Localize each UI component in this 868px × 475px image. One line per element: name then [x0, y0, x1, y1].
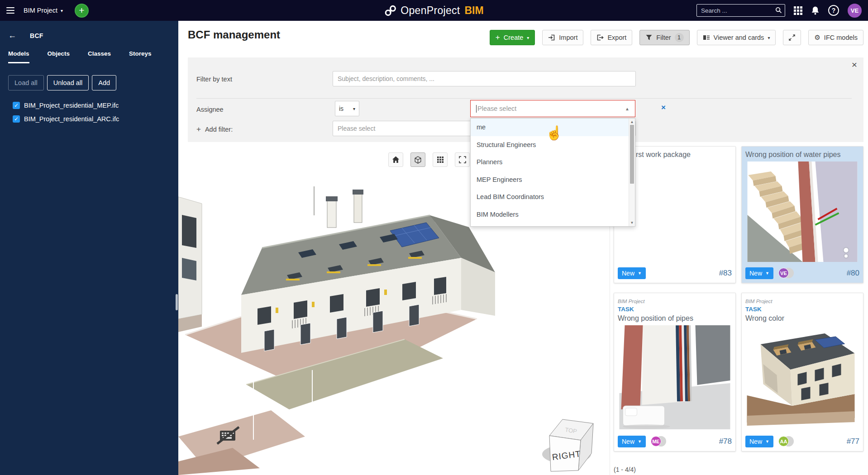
openproject-logo-icon — [384, 5, 396, 17]
assignee-dropdown-list: me Structural Engineers Planners MEP Eng… — [470, 118, 635, 227]
app-logo[interactable]: OpenProjectBIM — [384, 0, 483, 21]
assignee-avatar[interactable]: ME — [651, 436, 667, 447]
gear-icon: ⚙ — [814, 33, 820, 42]
card-title: Wrong position of pipes — [618, 314, 732, 323]
status-button[interactable]: New▼ — [745, 267, 773, 279]
status-button[interactable]: New▼ — [745, 436, 773, 447]
tab-classes[interactable]: Classes — [88, 50, 111, 63]
dropdown-option[interactable]: MEP Engineers — [471, 171, 635, 189]
model-checkbox-checked[interactable]: ✓ — [13, 115, 20, 123]
sidebar-title: BCF — [30, 32, 43, 39]
viewer-fullscreen-button[interactable] — [455, 152, 470, 167]
work-package-card[interactable]: BIM Project TASK Wrong position of pipes — [614, 293, 736, 451]
status-button[interactable]: New▼ — [618, 267, 646, 279]
assignee-avatar[interactable]: VE — [778, 268, 794, 279]
dropdown-option-me[interactable]: me — [471, 119, 635, 136]
tab-models[interactable]: Models — [8, 50, 29, 63]
export-button[interactable]: Export — [591, 30, 632, 45]
plus-icon: + — [196, 125, 201, 134]
3d-view-cube-button[interactable] — [410, 152, 425, 167]
text-cursor — [476, 105, 477, 113]
status-button[interactable]: New▼ — [618, 436, 646, 447]
chevron-down-icon: ▼ — [765, 271, 769, 276]
notifications-bell-icon[interactable] — [811, 6, 820, 15]
reset-view-home-button[interactable] — [388, 152, 403, 167]
toolbar: + Create ▾ Import Export Filter 1 Viewer… — [490, 30, 863, 45]
project-name: BIM Project — [24, 7, 57, 14]
quick-add-button[interactable]: + — [75, 4, 89, 18]
ifc-models-button[interactable]: ⚙ IFC models — [808, 30, 863, 45]
help-icon[interactable]: ? — [828, 5, 839, 16]
work-package-id[interactable]: #77 — [847, 437, 859, 446]
model-list-item[interactable]: ✓ BIM_Project_residential_ARC.ifc — [0, 112, 178, 126]
apps-grid-icon[interactable] — [794, 6, 802, 15]
filter-button[interactable]: Filter 1 — [639, 30, 689, 45]
assignee-avatar[interactable]: AA — [778, 436, 794, 447]
user-avatar[interactable]: VE — [848, 4, 862, 18]
assignee-value-combobox[interactable]: Please select ▲ — [470, 100, 635, 117]
search-input[interactable] — [696, 4, 785, 17]
sidebar-resize-handle[interactable] — [176, 294, 178, 310]
card-type: TASK — [618, 305, 732, 314]
dropdown-option[interactable]: Planners — [471, 153, 635, 171]
work-package-id[interactable]: #80 — [847, 269, 859, 278]
scroll-down-icon[interactable]: ▼ — [629, 221, 635, 225]
work-package-id[interactable]: #78 — [719, 437, 732, 446]
bcf-sidebar: ← BCF Models Objects Classes Storeys Loa… — [0, 21, 178, 475]
unload-all-button[interactable]: Unload all — [47, 75, 89, 90]
plus-icon: + — [496, 33, 500, 42]
back-arrow-icon[interactable]: ← — [8, 31, 16, 40]
load-all-button[interactable]: Load all — [8, 75, 44, 90]
scroll-up-icon[interactable]: ▲ — [629, 120, 635, 124]
combobox-placeholder: Please select — [477, 105, 625, 112]
import-icon — [548, 34, 555, 41]
dropdown-option[interactable]: Structural Engineers — [471, 136, 635, 154]
chevron-down-icon: ▾ — [527, 35, 529, 40]
hamburger-menu-icon[interactable] — [6, 5, 14, 15]
card-footer: New▼ VE #80 — [745, 267, 859, 279]
nav-cube[interactable]: TOP RIGHT — [542, 419, 593, 471]
page-title: BCF management — [188, 28, 280, 41]
work-package-id[interactable]: #83 — [719, 269, 732, 278]
fullscreen-corners-icon — [459, 156, 466, 163]
create-button[interactable]: + Create ▾ — [490, 30, 535, 45]
tab-storeys[interactable]: Storeys — [129, 50, 152, 63]
remove-filter-icon[interactable]: × — [661, 103, 666, 112]
export-icon — [596, 34, 604, 41]
building-fragment — [178, 197, 202, 319]
dropdown-scrollbar[interactable]: ▲ ▼ — [629, 119, 635, 226]
sidebar-header: ← BCF — [0, 21, 178, 46]
filter-text-input[interactable] — [333, 71, 636, 86]
divider — [196, 98, 852, 99]
scrollbar-thumb[interactable] — [630, 125, 634, 184]
fullscreen-button[interactable] — [783, 30, 801, 45]
work-package-cards: rst work package New▼ #83 Wrong position… — [614, 146, 863, 451]
import-button[interactable]: Import — [542, 30, 583, 45]
chevron-down-icon: ▾ — [61, 8, 63, 13]
dropdown-option[interactable]: BIM Modellers — [471, 206, 635, 223]
chimneys — [314, 186, 363, 228]
search-icon[interactable] — [775, 7, 782, 14]
project-switcher[interactable]: BIM Project ▾ — [24, 7, 63, 14]
model-list-item[interactable]: ✓ BIM_Project_residential_MEP.ifc — [0, 99, 178, 112]
logo-text: OpenProject — [401, 5, 460, 17]
chevron-down-icon: ▼ — [765, 439, 769, 444]
viewer-mode-button[interactable]: Viewer and cards ▾ — [697, 30, 776, 45]
add-model-button[interactable]: Add — [92, 75, 116, 90]
work-package-card[interactable]: BIM Project TASK Wrong color — [741, 293, 863, 451]
model-list: ✓ BIM_Project_residential_MEP.ifc ✓ BIM_… — [0, 99, 178, 126]
tab-objects[interactable]: Objects — [48, 50, 70, 63]
dropdown-option[interactable]: Lead BIM Coordinators — [471, 188, 635, 206]
topbar-actions: ? VE — [696, 4, 868, 18]
add-filter-label[interactable]: Add filter: — [205, 126, 233, 133]
storeys-grid-button[interactable] — [433, 152, 448, 167]
assignee-operator-select[interactable]: is ▾ — [335, 101, 359, 116]
model-checkbox-checked[interactable]: ✓ — [13, 102, 20, 109]
viewer-toolbar — [388, 152, 470, 167]
card-footer: New▼ AA #77 — [745, 436, 859, 447]
top-navigation-bar: BIM Project ▾ + OpenProjectBIM ? VE — [0, 0, 868, 21]
work-package-card[interactable]: Wrong position of water pipes — [741, 146, 863, 283]
close-filter-panel-icon[interactable]: × — [852, 59, 857, 70]
assignee-label: Assignee — [196, 106, 224, 113]
chevron-up-icon[interactable]: ▲ — [625, 106, 630, 111]
